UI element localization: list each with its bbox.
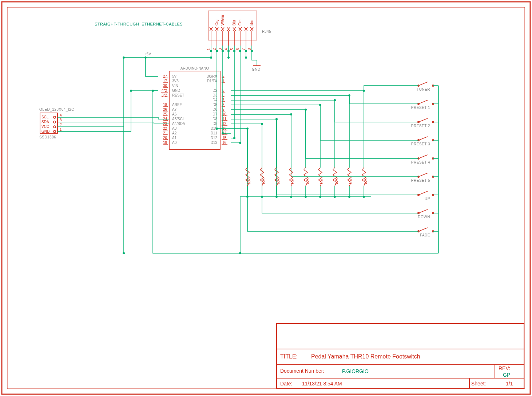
svg-point-166 [233,137,235,139]
svg-text:A4/SDA: A4/SDA [172,122,185,126]
resistor-value: 10k [305,178,309,184]
svg-line-194 [418,191,428,195]
svg-text:A5/SCL: A5/SCL [172,117,185,121]
svg-text:SDA: SDA [41,120,49,124]
date-label: Date: [280,381,292,387]
svg-point-165 [222,132,224,134]
svg-text:Grn: Grn [238,19,242,26]
svg-text:A6: A6 [172,112,177,116]
rev-label: REV: [499,365,510,371]
switch-preset-1: PRESET 1 [411,106,430,110]
svg-point-96 [53,130,56,133]
svg-line-174 [418,100,428,104]
svg-point-237 [123,252,125,254]
doc-value: P.GIORGIO [342,368,369,374]
svg-text:6: 6 [236,48,240,50]
svg-text:SCL: SCL [41,115,49,119]
svg-text:5: 5 [230,48,234,50]
svg-text:AREF: AREF [172,103,182,107]
svg-text:3: 3 [218,48,222,50]
svg-text:A2: A2 [172,131,177,135]
svg-text:W/Grn: W/Grn [221,15,225,26]
gnd-label: GND [252,67,261,71]
oled-title: OLED_128X64_I2C [39,107,74,111]
svg-text:5V: 5V [172,74,177,78]
svg-text:D13: D13 [211,141,218,145]
svg-line-186 [418,155,428,158]
oled-sub: SSD1306 [39,135,56,139]
svg-line-190 [418,173,428,177]
svg-text:Blu: Blu [232,20,236,26]
svg-point-90 [53,121,56,123]
svg-text:VIN: VIN [172,84,178,88]
svg-point-235 [123,56,125,59]
resistor-value: 10k [262,178,266,184]
title-label: TITLE: [280,353,298,360]
svg-point-234 [239,252,241,254]
svg-point-161 [245,56,247,59]
switch-fade: FADE [420,233,430,237]
doc-label: Document Number: [280,368,324,374]
svg-text:A1: A1 [172,136,177,140]
svg-text:D1/TX: D1/TX [207,79,218,83]
resistor-value: 10k [349,178,353,184]
resistor-value: 10k [334,178,338,184]
rev-value: GP [503,372,510,378]
switch-down: DOWN [418,215,430,219]
svg-text:7: 7 [242,48,246,50]
svg-point-162 [210,56,212,59]
svg-text:4: 4 [60,113,62,117]
svg-point-160 [227,56,230,59]
svg-point-93 [53,126,56,128]
switch-preset-2: PRESET 2 [411,124,430,128]
rj45-label: RJ45 [262,30,271,34]
svg-text:Org: Org [215,19,219,26]
svg-line-198 [418,209,428,213]
svg-text:D12: D12 [211,136,218,140]
schematic-canvas: ARDUINO-NANO5V273V317VIN30GND4*2RESET3*2… [0,0,532,396]
svg-text:A7: A7 [172,107,177,111]
resistor-value: 10k [364,178,368,184]
svg-text:A0: A0 [172,141,177,145]
title-value: Pedal Yamaha THR10 Remote Footswitch [311,353,420,360]
sheet-label: Sheet: [471,381,486,387]
arduino-title: ARDUINO-NANO [180,66,209,70]
svg-line-182 [418,137,428,140]
switch-tuner: TUNER [417,87,430,91]
svg-text:2: 2 [60,123,62,127]
svg-text:2: 2 [213,48,217,50]
date-value: 11/13/21 8:54 AM [302,381,342,387]
switch-preset-3: PRESET 3 [411,142,430,146]
svg-text:Brn: Brn [250,20,254,26]
resistor-value: 10k [247,178,251,184]
svg-text:VCC: VCC [41,125,49,129]
svg-text:A3: A3 [172,126,177,130]
svg-text:1: 1 [207,48,211,50]
svg-text:3: 3 [60,118,62,122]
svg-text:1: 1 [60,128,62,132]
svg-text:D11: D11 [211,131,218,135]
svg-line-202 [418,228,428,231]
svg-text:RESET: RESET [172,93,184,97]
sheet-inner [7,7,525,389]
svg-text:D0/RX: D0/RX [207,74,218,78]
svg-text:4: 4 [224,48,228,50]
switch-up: UP [425,197,430,201]
sheet-value: 1/1 [506,381,513,387]
svg-point-236 [130,90,132,92]
svg-point-164 [216,128,218,130]
svg-text:3V3: 3V3 [172,79,179,83]
svg-text:GND: GND [41,129,49,133]
switch-preset-5: PRESET 5 [411,179,430,183]
sheet-border [2,2,530,394]
plus5v-label: +5V [144,52,151,56]
svg-line-178 [418,118,428,122]
svg-text:8: 8 [247,48,251,50]
resistor-value: 10k [320,178,324,184]
svg-text:GND: GND [172,89,180,93]
svg-point-167 [239,142,241,144]
resistor-value: 10k [276,178,280,184]
cable-label: STRAIGHT-THROUGH_ETHERNET-CABLES [95,22,183,26]
resistor-value: 10k [291,178,295,184]
switch-preset-4: PRESET 4 [411,160,430,164]
